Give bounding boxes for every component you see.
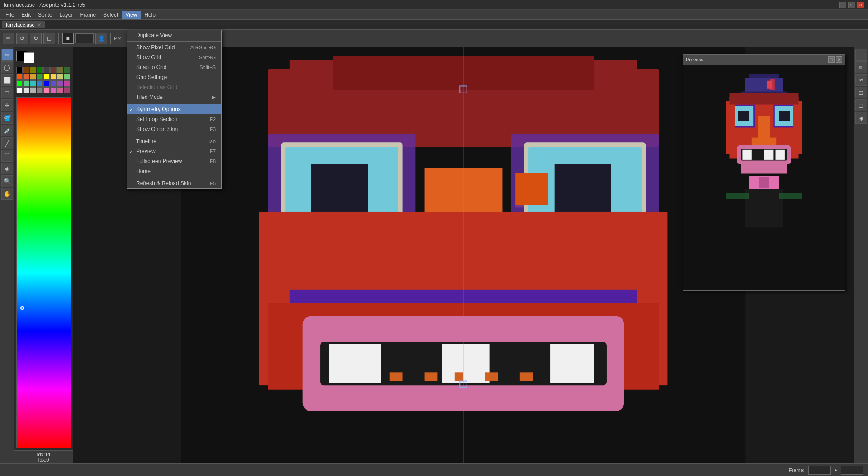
dropdown-refresh[interactable]: Refresh & Reload Skin F5: [127, 178, 221, 188]
bg-color[interactable]: [24, 52, 34, 63]
right-tool-5[interactable]: ◻: [855, 99, 867, 111]
swatch-20[interactable]: [43, 80, 50, 87]
dropdown-item-tiled[interactable]: Tiled Mode ▶: [127, 92, 221, 102]
swatch-27[interactable]: [37, 87, 43, 93]
preview-titlebar[interactable]: Preview □ ✕: [683, 55, 845, 65]
swatch-0[interactable]: [16, 67, 23, 73]
swatch-29[interactable]: [50, 87, 57, 93]
tool-contour[interactable]: ◈: [1, 163, 13, 174]
preview-close[interactable]: ✕: [836, 56, 842, 63]
swatch-10[interactable]: [30, 74, 36, 80]
swatch-22[interactable]: [57, 80, 63, 87]
tool-lasso[interactable]: ◻: [1, 87, 13, 98]
swatch-9[interactable]: [23, 74, 29, 80]
swatch-28[interactable]: [43, 87, 50, 93]
color-gradient[interactable]: [16, 97, 71, 448]
tool-eraser[interactable]: ◯: [1, 61, 13, 73]
swatch-16[interactable]: [16, 80, 23, 87]
dropdown-home[interactable]: Home: [127, 166, 221, 176]
tool-eyedropper[interactable]: 💉: [1, 125, 13, 136]
menu-sprite[interactable]: Sprite: [34, 11, 56, 19]
swatch-19[interactable]: [37, 80, 43, 87]
dropdown-item-loop[interactable]: Set Loop Section F2: [127, 114, 221, 124]
tool-fill[interactable]: 🪣: [1, 112, 13, 124]
dropdown-duplicate-view[interactable]: Duplicate View: [127, 30, 221, 40]
tool-pencil-left[interactable]: ✏: [1, 49, 13, 61]
zoom-bottom-input[interactable]: 800.0: [841, 466, 863, 475]
tab-furryface[interactable]: furryface.ase ✕: [2, 21, 45, 28]
swatch-5[interactable]: [50, 67, 57, 73]
dropdown-item-grid[interactable]: Show Grid Shift+G: [127, 52, 221, 62]
frame-add-btn[interactable]: +: [835, 467, 837, 473]
right-tool-6[interactable]: ◈: [855, 112, 867, 124]
tool-color-swatch[interactable]: ■: [62, 33, 74, 44]
swatch-17[interactable]: [23, 80, 29, 87]
swatch-31[interactable]: [64, 87, 70, 93]
tool-line[interactable]: ╱: [1, 137, 13, 149]
dropdown-loop[interactable]: Set Loop Section F2: [127, 114, 221, 124]
menu-frame[interactable]: Frame: [76, 11, 99, 19]
dropdown-grid[interactable]: Show Grid Shift+G: [127, 52, 221, 62]
dropdown-item-grid-settings[interactable]: Grid Settings: [127, 72, 221, 82]
right-tool-4[interactable]: ⊞: [855, 87, 867, 98]
swatch-21[interactable]: [50, 80, 57, 87]
dropdown-tiled[interactable]: Tiled Mode ▶: [127, 92, 221, 102]
tool-avatar[interactable]: 👤: [95, 33, 107, 44]
right-tool-2[interactable]: ✏: [855, 61, 867, 73]
swatch-4[interactable]: [43, 67, 50, 73]
dropdown-item-preview[interactable]: ✓ Preview F7: [127, 146, 221, 156]
menu-help[interactable]: Help: [141, 11, 159, 19]
swatch-26[interactable]: [30, 87, 36, 93]
tool-pencil[interactable]: ✏: [3, 33, 14, 44]
dropdown-item-home[interactable]: Home: [127, 166, 221, 176]
swatch-23[interactable]: [64, 80, 70, 87]
dropdown-item-duplicate[interactable]: Duplicate View: [127, 30, 221, 40]
titlebar-close[interactable]: ✕: [857, 2, 864, 8]
dropdown-preview[interactable]: ✓ Preview F7: [127, 146, 221, 156]
swatch-18[interactable]: [30, 80, 36, 87]
menu-edit[interactable]: Edit: [18, 11, 34, 19]
tool-move[interactable]: ✛: [1, 99, 13, 111]
dropdown-item-timeline[interactable]: Timeline Tab: [127, 136, 221, 146]
titlebar-maximize[interactable]: □: [848, 2, 855, 8]
tool-hand[interactable]: ✋: [1, 188, 13, 200]
swatch-3[interactable]: [37, 67, 43, 73]
swatch-1[interactable]: [23, 67, 29, 73]
zoom-input[interactable]: 1: [75, 33, 94, 43]
swatch-13[interactable]: [50, 74, 57, 80]
titlebar-minimize[interactable]: _: [839, 2, 846, 8]
dropdown-item-fullscreen[interactable]: Fullscreen Preview F8: [127, 156, 221, 166]
tool-curve[interactable]: ⌒: [1, 150, 13, 162]
dropdown-timeline[interactable]: Timeline Tab: [127, 136, 221, 146]
preview-expand[interactable]: □: [828, 56, 835, 63]
dropdown-item-symmetry[interactable]: ✓ Symmetry Options: [127, 104, 221, 114]
dropdown-snap[interactable]: Snap to Grid Shift+S: [127, 62, 221, 72]
tool-redo[interactable]: ↻: [30, 33, 42, 44]
right-tool-3[interactable]: ≈: [855, 74, 867, 86]
dropdown-pixel-grid[interactable]: Show Pixel Grid Alt+Shift+G: [127, 42, 221, 52]
swatch-11[interactable]: [37, 74, 43, 80]
menu-view[interactable]: View: [122, 11, 141, 19]
swatch-2[interactable]: [30, 67, 36, 73]
swatch-14[interactable]: [57, 74, 63, 80]
dropdown-symmetry[interactable]: ✓ Symmetry Options: [127, 104, 221, 114]
dropdown-onion[interactable]: Show Onion Skin F3: [127, 124, 221, 134]
swatch-15[interactable]: [64, 74, 70, 80]
frame-input[interactable]: 1: [808, 466, 831, 475]
dropdown-item-onion[interactable]: Show Onion Skin F3: [127, 124, 221, 134]
dropdown-grid-settings[interactable]: Grid Settings: [127, 72, 221, 82]
menu-select[interactable]: Select: [99, 11, 122, 19]
dropdown-item-snap[interactable]: Snap to Grid Shift+S: [127, 62, 221, 72]
swatch-24[interactable]: [16, 87, 23, 93]
swatch-8[interactable]: [16, 74, 23, 80]
dropdown-item-pixel-grid[interactable]: Show Pixel Grid Alt+Shift+G: [127, 42, 221, 52]
swatch-30[interactable]: [57, 87, 63, 93]
tool-undo[interactable]: ↺: [16, 33, 28, 44]
right-tool-1[interactable]: ≡: [855, 49, 867, 61]
menu-layer[interactable]: Layer: [56, 11, 76, 19]
tool-square[interactable]: ◻: [43, 33, 55, 44]
tool-rect-select[interactable]: ⬜: [1, 74, 13, 86]
tool-zoom-left[interactable]: 🔍: [1, 175, 13, 187]
tab-close-btn[interactable]: ✕: [38, 23, 41, 28]
menu-file[interactable]: File: [2, 11, 18, 19]
